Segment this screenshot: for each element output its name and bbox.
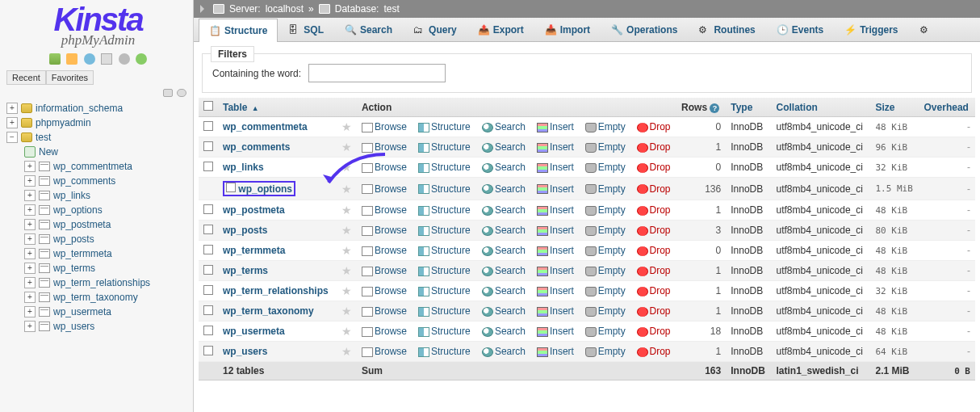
expand-icon[interactable]: + (24, 263, 36, 274)
insert-link[interactable]: Insert (550, 162, 574, 173)
sidebar-db[interactable]: phpmyadmin (36, 117, 91, 128)
insert-link[interactable]: Insert (550, 326, 574, 337)
browse-link[interactable]: Browse (375, 141, 407, 153)
table-link[interactable]: wp_termmeta (223, 245, 285, 256)
home-icon[interactable] (49, 53, 61, 65)
table-link[interactable]: wp_usermeta (223, 326, 285, 337)
insert-link[interactable]: Insert (550, 285, 574, 296)
row-checkbox[interactable] (203, 245, 213, 254)
sidebar-table[interactable]: wp_postmeta (53, 219, 111, 230)
tab-search[interactable]: 🔍Search (334, 18, 403, 41)
browse-link[interactable]: Browse (375, 305, 407, 317)
drop-link[interactable]: Drop (650, 121, 671, 132)
info-icon[interactable]: ? (710, 103, 719, 113)
search-link[interactable]: Search (495, 245, 526, 256)
sidebar-new[interactable]: New (39, 146, 58, 158)
expand-icon[interactable]: + (24, 204, 36, 216)
tab-more[interactable]: ⚙ (909, 18, 941, 41)
logo[interactable]: Kinsta phpMyAdmin (6, 6, 190, 48)
drop-link[interactable]: Drop (650, 183, 671, 195)
docs-icon[interactable] (84, 53, 95, 65)
search-link[interactable]: Search (495, 162, 526, 173)
browse-link[interactable]: Browse (375, 346, 407, 357)
structure-link[interactable]: Structure (431, 141, 471, 153)
insert-link[interactable]: Insert (550, 141, 574, 153)
sidebar-table[interactable]: wp_term_relationships (53, 277, 150, 288)
expand-icon[interactable]: + (24, 161, 36, 172)
search-link[interactable]: Search (495, 346, 526, 357)
search-link[interactable]: Search (495, 285, 526, 296)
drop-link[interactable]: Drop (650, 326, 671, 337)
expand-icon[interactable]: + (24, 306, 36, 317)
sidebar-table[interactable]: wp_posts (53, 233, 94, 245)
structure-link[interactable]: Structure (431, 121, 471, 132)
insert-link[interactable]: Insert (550, 121, 574, 132)
sidebar-table[interactable]: wp_termmeta (53, 248, 112, 259)
sql-icon[interactable] (101, 53, 112, 65)
row-checkbox[interactable] (203, 121, 213, 131)
sidebar-table[interactable]: wp_users (53, 321, 94, 332)
browse-link[interactable]: Browse (375, 162, 407, 173)
hide-panel-icon[interactable] (200, 5, 208, 13)
table-link[interactable]: wp_term_relationships (223, 285, 329, 296)
col-rows[interactable]: Rows ? (676, 98, 726, 117)
table-link[interactable]: wp_commentmeta (223, 121, 308, 132)
empty-link[interactable]: Empty (598, 141, 626, 153)
table-link[interactable]: wp_postmeta (223, 204, 285, 216)
tab-routines[interactable]: ⚙Routines (688, 18, 765, 41)
expand-icon[interactable]: + (24, 233, 36, 245)
expand-icon[interactable]: + (24, 219, 36, 230)
sidebar-table[interactable]: wp_links (53, 190, 90, 201)
browse-link[interactable]: Browse (375, 225, 407, 236)
expand-icon[interactable]: + (6, 103, 18, 114)
empty-link[interactable]: Empty (598, 204, 626, 216)
browse-link[interactable]: Browse (375, 326, 407, 337)
search-link[interactable]: Search (495, 183, 526, 195)
structure-link[interactable]: Structure (431, 326, 471, 337)
col-type[interactable]: Type (731, 102, 752, 113)
sidebar-db-current[interactable]: test (36, 132, 51, 143)
favorite-star-icon[interactable]: ★ (341, 161, 352, 174)
browse-link[interactable]: Browse (375, 121, 407, 132)
favorite-star-icon[interactable]: ★ (341, 345, 352, 358)
structure-link[interactable]: Structure (431, 346, 471, 357)
insert-link[interactable]: Insert (550, 346, 574, 357)
row-checkbox[interactable] (203, 346, 213, 355)
insert-link[interactable]: Insert (550, 225, 574, 236)
drop-link[interactable]: Drop (650, 265, 671, 276)
drop-link[interactable]: Drop (650, 141, 671, 153)
row-checkbox[interactable] (203, 162, 213, 171)
structure-link[interactable]: Structure (431, 245, 471, 256)
table-link[interactable]: wp_options (238, 183, 292, 195)
browse-link[interactable]: Browse (375, 285, 407, 296)
row-checkbox[interactable] (203, 141, 213, 151)
row-checkbox[interactable] (203, 204, 213, 214)
sidebar-table[interactable]: wp_comments (53, 175, 115, 187)
table-link[interactable]: wp_posts (223, 225, 267, 236)
expand-icon[interactable]: + (24, 277, 36, 288)
row-checkbox[interactable] (203, 285, 213, 295)
drop-link[interactable]: Drop (650, 346, 671, 357)
empty-link[interactable]: Empty (598, 121, 626, 132)
favorite-star-icon[interactable]: ★ (341, 204, 352, 217)
sidebar-table[interactable]: wp_commentmeta (53, 161, 132, 172)
row-checkbox[interactable] (203, 305, 213, 315)
breadcrumb-server[interactable]: localhost (266, 3, 304, 15)
drop-link[interactable]: Drop (650, 162, 671, 173)
empty-link[interactable]: Empty (598, 183, 626, 195)
sidebar-db[interactable]: information_schema (36, 103, 123, 114)
row-checkbox[interactable] (203, 265, 213, 275)
filter-input[interactable] (308, 64, 446, 82)
sidebar-table[interactable]: wp_terms (53, 263, 95, 274)
gear-icon[interactable] (119, 53, 130, 65)
drop-link[interactable]: Drop (650, 285, 671, 296)
favorite-star-icon[interactable]: ★ (341, 120, 352, 133)
structure-link[interactable]: Structure (431, 265, 471, 276)
link-icon[interactable] (177, 89, 186, 97)
insert-link[interactable]: Insert (550, 204, 574, 216)
collapse-all-icon[interactable] (163, 89, 173, 97)
reload-icon[interactable] (136, 53, 147, 65)
empty-link[interactable]: Empty (598, 326, 626, 337)
table-link[interactable]: wp_comments (223, 141, 290, 153)
expand-icon[interactable]: + (24, 292, 36, 303)
